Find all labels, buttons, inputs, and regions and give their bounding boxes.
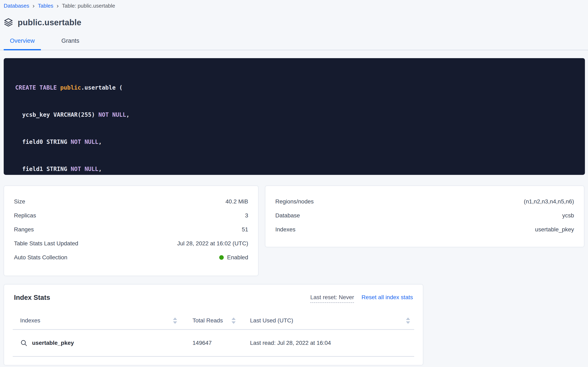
summary-value: Enabled [227,254,248,261]
summary-row-auto-stats: Auto Stats Collection Enabled [14,250,248,265]
breadcrumb-databases[interactable]: Databases [4,2,29,9]
table-row: usertable_pkey 149647 Last read: Jul 28,… [13,330,414,357]
column-header-label: Last Used (UTC) [250,317,293,324]
index-stats-header: Index Stats Last reset: Never Reset all … [4,294,423,303]
index-name: usertable_pkey [32,340,74,346]
create-table-sql-box: CREATE TABLE public.usertable ( ycsb_key… [4,58,585,175]
summary-label: Indexes [275,226,295,233]
column-header-indexes[interactable]: Indexes [13,314,181,329]
chevron-right-icon: › [33,3,34,9]
summary-row-stats-updated: Table Stats Last Updated Jul 28, 2022 at… [14,236,248,250]
summary-label: Regions/nodes [275,198,314,205]
index-name-cell[interactable]: usertable_pkey [13,330,181,356]
summary-row-database: Database ycsb [275,209,574,223]
summary-row-ranges: Ranges 51 [14,223,248,236]
column-header-last-used[interactable]: Last Used (UTC) [240,314,414,329]
summary-label: Ranges [14,226,34,233]
sort-icon[interactable] [406,317,410,324]
sql-line: field0 STRING NOT NULL, [15,137,585,147]
column-header-total-reads[interactable]: Total Reads [181,314,240,329]
table-header-row: Indexes Total Reads Last Used (UTC) [13,314,414,330]
summary-value: Jul 28, 2022 at 16:02 (UTC) [177,240,248,247]
summary-label: Database [275,212,300,219]
status-badge: Enabled [219,254,248,261]
tab-grants[interactable]: Grants [55,36,85,50]
sql-line: CREATE TABLE public.usertable ( [15,83,585,92]
sql-line: field1 STRING NOT NULL, [15,165,585,174]
index-stats-table: Indexes Total Reads Last Used (UTC) [13,314,414,357]
summary-label: Auto Stats Collection [14,254,67,261]
summary-value: 51 [242,226,248,233]
column-header-label: Total Reads [192,317,223,324]
breadcrumb: Databases › Tables › Table: public.usert… [4,2,584,9]
page-header: public.usertable [4,18,584,27]
summary-value: 40.2 MiB [226,198,248,205]
sort-icon[interactable] [232,317,236,324]
stack-icon [4,18,13,27]
summary-row-regions: Regions/nodes (n1,n2,n3,n4,n5,n6) [275,195,574,209]
summary-value: 3 [245,212,248,219]
summary-row-indexes: Indexes usertable_pkey [275,223,574,236]
summary-value: usertable_pkey [535,226,574,233]
index-stats-actions: Last reset: Never Reset all index stats [310,294,413,303]
summary-label: Size [14,198,25,205]
summary-value: (n1,n2,n3,n4,n5,n6) [524,198,574,205]
summary-cards-row: Size 40.2 MiB Replicas 3 Ranges 51 Table… [4,185,584,276]
summary-value: ycsb [562,212,574,219]
reset-all-index-stats-link[interactable]: Reset all index stats [361,294,413,301]
page-title: public.usertable [18,18,81,27]
chevron-right-icon: › [57,3,58,9]
page-viewport: Databases › Tables › Table: public.usert… [0,0,588,367]
status-enabled-dot-icon [219,255,224,260]
table-stats-card: Size 40.2 MiB Replicas 3 Ranges 51 Table… [4,185,258,276]
summary-row-size: Size 40.2 MiB [14,195,248,209]
table-location-card: Regions/nodes (n1,n2,n3,n4,n5,n6) Databa… [265,185,584,247]
search-icon [20,339,27,347]
sort-icon[interactable] [173,317,177,324]
summary-row-replicas: Replicas 3 [14,209,248,223]
column-header-label: Indexes [20,317,40,324]
last-used-cell: Last read: Jul 28, 2022 at 16:04 [240,330,414,356]
tab-overview[interactable]: Overview [4,36,41,50]
last-reset-tooltip-anchor[interactable]: Last reset: Never [310,294,354,303]
index-stats-title: Index Stats [14,294,50,301]
summary-label: Replicas [14,212,36,219]
tabs-bar: Overview Grants [0,36,588,50]
table-details-page: Databases › Tables › Table: public.usert… [0,0,588,365]
breadcrumb-tables[interactable]: Tables [38,2,53,9]
summary-label: Table Stats Last Updated [14,240,78,247]
total-reads-cell: 149647 [181,330,240,356]
sql-line: ycsb_key VARCHAR(255) NOT NULL, [15,110,585,119]
index-stats-card: Index Stats Last reset: Never Reset all … [4,284,423,365]
breadcrumb-current-table: Table: public.usertable [62,2,115,9]
